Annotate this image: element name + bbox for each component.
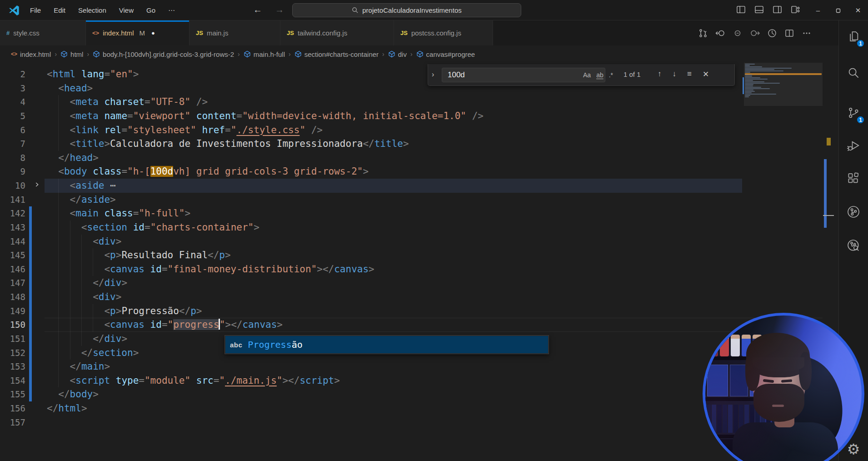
line-number: 146 [0,262,25,276]
symbol-box-icon [244,50,251,58]
find-next-icon[interactable]: ↓ [673,70,677,79]
line-number: 9 [0,165,25,179]
gutter-modified-indicator [29,248,32,262]
minimap-line [745,68,792,69]
gutter-modified-indicator [29,318,32,332]
line-number: 7 [0,137,25,151]
menu-selection[interactable]: Selection [72,0,113,20]
regex-toggle[interactable]: .* [609,68,613,82]
run-circle-icon[interactable] [766,27,778,39]
find-previous-icon[interactable]: ↑ [658,70,662,79]
symbol-box-icon [416,50,424,58]
js-icon: JS [196,30,203,36]
line-number: 150 [0,318,25,332]
explorer-icon[interactable]: 1 [843,25,864,47]
tab-main.js[interactable]: JSmain.js [190,20,280,45]
suggest-kind-abc-icon: abc [230,341,242,349]
css-hash-icon: # [6,30,10,36]
find-close-icon[interactable]: ✕ [703,70,709,79]
toggle-replace-chevron-icon[interactable]: › [432,70,434,79]
code-line-157: 157 [0,416,823,430]
minimap-line [745,87,761,88]
line-number: 143 [0,220,25,235]
window-controls: – ✕ [808,0,868,20]
breadcrumb-item[interactable]: html [60,50,83,58]
minimap-line [745,65,750,66]
find-input[interactable]: 100d Aa ab .* [442,68,605,82]
tab-label: index.html [103,29,134,37]
toggle-primary-sidebar-icon[interactable] [736,5,746,15]
breadcrumb-separator: › [87,50,89,58]
more-actions-icon[interactable] [801,27,813,39]
git-compare-icon[interactable] [697,27,709,39]
minimize-button[interactable]: – [808,0,828,20]
breadcrumb-item[interactable]: main.h-full [244,50,285,58]
js-icon: JS [400,30,408,36]
change-marker-circle-icon[interactable] [732,27,743,39]
symbol-box-icon [93,50,100,58]
menu-go[interactable]: Go [140,0,162,20]
customize-layout-icon[interactable] [791,5,800,15]
tab-index.html[interactable]: <>index.htmlM● [86,20,190,45]
code-line-10: 10 <aside ⋯ [0,179,823,193]
search-icon[interactable] [843,62,864,84]
run-debug-icon[interactable] [843,135,864,156]
menu-file[interactable]: File [24,0,47,20]
find-in-selection-icon[interactable]: ≡ [687,70,692,79]
navigate-back-circle-icon[interactable] [714,27,726,39]
breadcrumb-item[interactable]: body.h-[100dvh].grid.grid-cols-3.grid-ro… [93,50,234,58]
match-case-toggle[interactable]: Aa [583,68,591,82]
toggle-panel-icon[interactable] [754,5,764,15]
menu-more[interactable]: ⋯ [162,0,181,20]
minimap-line [745,92,752,93]
line-number: 141 [0,193,25,207]
minimap-line [745,90,753,90]
navigate-forward-circle-icon[interactable] [749,27,761,39]
line-number: 154 [0,374,25,388]
overview-ruler-modified-marker [824,159,827,228]
line-number: 145 [0,248,25,262]
code-line-7: 7 <title>Calculadora de Investimentos Im… [0,137,823,151]
breadcrumb-item[interactable]: section#charts-container [294,50,379,58]
maximize-button[interactable] [828,0,848,20]
navigate-back-icon[interactable]: ← [251,0,264,20]
toggle-secondary-sidebar-icon[interactable] [773,5,782,15]
suggest-item-progressao[interactable]: abc Progressão [225,336,548,353]
title-bar: FileEditSelectionViewGo⋯ ← → projetoCalc… [0,0,868,20]
extensions-icon[interactable] [843,167,864,189]
overview-ruler-find-marker [827,138,831,145]
tab-label: main.js [207,29,229,37]
tab-tailwind.config.js[interactable]: JStailwind.config.js [280,20,394,45]
code-line-142: 142 <main class="h-full"> [0,206,823,220]
editor-actions [697,20,813,45]
breadcrumb-separator: › [238,50,240,58]
breadcrumb-item[interactable]: div [388,50,407,58]
line-number: 142 [0,206,25,220]
tab-postcss.config.js[interactable]: JSpostcss.config.js [394,20,493,45]
menu-view[interactable]: View [113,0,140,20]
gutter-modified-indicator [29,304,32,318]
close-button[interactable]: ✕ [848,0,868,20]
menu-edit[interactable]: Edit [47,0,72,20]
tab-style.css[interactable]: #style.css [0,20,86,45]
whole-word-toggle[interactable]: ab [596,68,604,82]
find-widget: › 100d Aa ab .* 1 of 1 ↑ ↓ ≡ ✕ [428,64,735,86]
code-line-9: 9 <body class="h-[100dvh] grid grid-cols… [0,165,823,179]
symbol-box-icon [294,50,302,58]
vscode-logo-icon [8,5,20,16]
gutter-modified-indicator [29,387,32,401]
breadcrumb-item[interactable]: <>index.html [11,50,51,58]
line-number: 5 [0,109,25,123]
breadcrumb-item[interactable]: canvas#progree [416,50,475,58]
js-icon: JS [287,30,294,36]
git-circle-icon[interactable] [843,201,864,223]
fold-chevron-icon[interactable] [34,181,40,188]
git-search-circle-icon[interactable] [843,235,864,256]
split-editor-icon[interactable] [783,27,795,39]
command-center-search[interactable]: projetoCalculadoraInvestimentos [292,3,521,17]
dirty-indicator-icon[interactable]: ● [151,30,155,36]
line-number: 156 [0,401,25,416]
navigate-forward-icon[interactable]: → [273,0,286,20]
source-control-icon[interactable]: 1 [843,102,864,124]
tab-label: style.css [13,29,40,37]
